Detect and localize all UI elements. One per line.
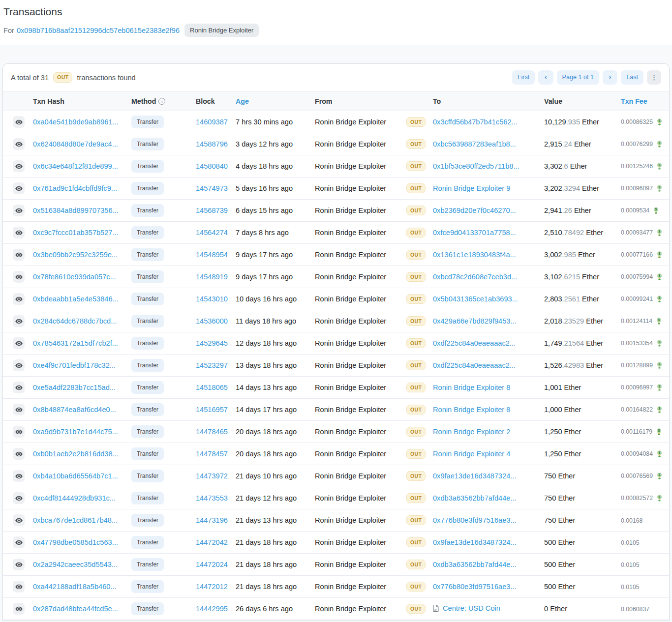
txn-hash-link[interactable]: 0xc4df81444928db931c... — [33, 494, 116, 502]
address-link[interactable]: 0x098b716b8aaf21512996dc57eb0615e2383e2f… — [17, 27, 180, 34]
block-link[interactable]: 14478457 — [196, 450, 228, 458]
txn-hash-link[interactable]: 0x516384a8d899707356... — [33, 207, 119, 214]
method-badge[interactable]: Transfer — [131, 226, 164, 239]
header-txn-fee[interactable]: Txn Fee — [621, 91, 669, 111]
txn-hash-link[interactable]: 0xa9d9b731b7e1d44c75... — [33, 428, 118, 436]
block-link[interactable]: 14588796 — [196, 140, 228, 148]
method-badge[interactable]: Transfer — [131, 182, 164, 195]
to-address-link[interactable]: Ronin Bridge Exploiter 8 — [433, 406, 510, 414]
block-link[interactable]: 14548954 — [196, 251, 228, 259]
tx-details-eye-button[interactable] — [13, 271, 25, 283]
to-address-link[interactable]: 0xfce9d04133701a7758... — [433, 229, 516, 237]
block-link[interactable]: 14529645 — [196, 339, 228, 347]
tx-details-eye-button[interactable] — [13, 227, 25, 238]
tx-details-eye-button[interactable] — [13, 536, 25, 548]
method-badge[interactable]: Transfer — [131, 403, 164, 416]
block-link[interactable]: 14473972 — [196, 472, 228, 480]
method-badge[interactable]: Transfer — [131, 248, 164, 261]
txn-hash-link[interactable]: 0xa442188adf18a5b460... — [33, 583, 117, 591]
method-badge[interactable]: Transfer — [131, 558, 164, 571]
to-address-link[interactable]: 0xdb3a63562bb7afd44e... — [433, 494, 517, 502]
to-address-link[interactable]: 0xdf225c84a0eaeaaac2... — [433, 361, 516, 369]
block-link[interactable]: 14580840 — [196, 162, 228, 170]
tx-details-eye-button[interactable] — [13, 116, 25, 128]
block-link[interactable]: 14523297 — [196, 361, 228, 369]
block-link[interactable]: 14568739 — [196, 207, 228, 214]
tx-details-eye-button[interactable] — [13, 382, 25, 393]
to-address-link[interactable]: 0x1bf53ce80ff2ed5711b8... — [433, 162, 519, 170]
block-link[interactable]: 14574973 — [196, 184, 228, 192]
txn-hash-link[interactable]: 0x287dad48bfea44fcd5e... — [33, 605, 118, 613]
txn-hash-link[interactable]: 0xe5a4df2283b7cc15ad... — [33, 384, 116, 391]
tx-details-eye-button[interactable] — [13, 603, 25, 615]
block-link[interactable]: 14478465 — [196, 428, 228, 436]
txn-hash-link[interactable]: 0xbdeaabb1a5e4e53846... — [33, 295, 119, 303]
block-link[interactable]: 14472012 — [196, 583, 228, 591]
to-address-link[interactable]: Ronin Bridge Exploiter 8 — [433, 384, 510, 391]
block-link[interactable]: 14516957 — [196, 406, 228, 414]
method-badge[interactable]: Transfer — [131, 160, 164, 173]
method-badge[interactable]: Transfer — [131, 381, 164, 394]
method-badge[interactable]: Transfer — [131, 492, 164, 504]
block-link[interactable]: 14609387 — [196, 118, 228, 126]
method-badge[interactable]: Transfer — [131, 447, 164, 460]
to-address-link[interactable]: 0xdb3a63562bb7afd44e... — [433, 561, 517, 568]
method-badge[interactable]: Transfer — [131, 204, 164, 217]
txn-hash-link[interactable]: 0x3be09bb2c952c3259e... — [33, 251, 118, 259]
block-link[interactable]: 14543010 — [196, 295, 228, 303]
block-link[interactable]: 14548919 — [196, 273, 228, 281]
txn-hash-link[interactable]: 0x6c34e648f12f81de899... — [33, 162, 118, 170]
header-age[interactable]: Age — [236, 91, 315, 111]
to-address-link[interactable]: 0x776b80e3fd97516ae3... — [433, 583, 517, 591]
block-link[interactable]: 14473553 — [196, 494, 228, 502]
to-address-link[interactable]: 0x429a66e7bd829f9453... — [433, 317, 517, 325]
tx-details-eye-button[interactable] — [13, 182, 25, 194]
to-address-link[interactable]: Ronin Bridge Exploiter 9 — [433, 184, 510, 192]
to-address-link[interactable]: 0xb2369d20e7f0c46270... — [433, 207, 516, 214]
method-badge[interactable]: Transfer — [131, 315, 164, 327]
to-address-link[interactable]: 0x776b80e3fd97516ae3... — [433, 516, 517, 524]
to-address-link[interactable]: 0x3cffd56b47b7b41c562... — [433, 118, 518, 126]
first-page-button[interactable]: First — [512, 70, 535, 85]
method-badge[interactable]: Transfer — [131, 470, 164, 482]
tx-details-eye-button[interactable] — [13, 138, 25, 150]
txn-hash-link[interactable]: 0xc9c7fccc01ab357b527... — [33, 229, 119, 237]
txn-hash-link[interactable]: 0xbca767de1cd8617b48... — [33, 516, 118, 524]
block-link[interactable]: 14518065 — [196, 384, 228, 391]
method-badge[interactable]: Transfer — [131, 536, 164, 549]
tx-details-eye-button[interactable] — [13, 359, 25, 371]
last-page-button[interactable]: Last — [621, 70, 643, 85]
info-icon[interactable]: i — [158, 98, 165, 105]
tx-details-eye-button[interactable] — [13, 581, 25, 592]
method-badge[interactable]: Transfer — [131, 359, 164, 372]
address-name-tag[interactable]: Ronin Bridge Exploiter — [184, 24, 259, 37]
next-page-button[interactable]: › — [603, 70, 617, 85]
tx-details-eye-button[interactable] — [13, 315, 25, 327]
method-badge[interactable]: Transfer — [131, 580, 164, 593]
tx-details-eye-button[interactable] — [13, 293, 25, 305]
tx-details-eye-button[interactable] — [13, 559, 25, 570]
tx-details-eye-button[interactable] — [13, 160, 25, 172]
block-link[interactable]: 14564274 — [196, 229, 228, 237]
block-link[interactable]: 14536000 — [196, 317, 228, 325]
to-address-link[interactable]: 0xbc5639887283eaf1b8... — [433, 140, 516, 148]
method-badge[interactable]: Transfer — [131, 602, 164, 615]
method-badge[interactable]: Transfer — [131, 138, 164, 150]
txn-hash-link[interactable]: 0x78fe8610e939da057c... — [33, 273, 116, 281]
to-address-link[interactable]: 0x1361c1e18930483f4a... — [433, 251, 516, 259]
to-address-link[interactable]: 0x9fae13de16d3487324... — [433, 538, 517, 546]
txn-hash-link[interactable]: 0x47798dbe0585d1c563... — [33, 538, 118, 546]
txn-hash-link[interactable]: 0x284c64dc6788dc7bcd... — [33, 317, 117, 325]
to-address-link[interactable]: 0x5b0431365ce1ab3693... — [433, 295, 518, 303]
tx-details-eye-button[interactable] — [13, 205, 25, 216]
method-badge[interactable]: Transfer — [131, 116, 164, 128]
tx-details-eye-button[interactable] — [13, 337, 25, 349]
method-badge[interactable]: Transfer — [131, 425, 164, 438]
txn-hash-link[interactable]: 0xe4f9c701fedbf178c32... — [33, 361, 116, 369]
method-badge[interactable]: Transfer — [131, 293, 164, 305]
block-link[interactable]: 14442995 — [196, 605, 228, 613]
method-badge[interactable]: Transfer — [131, 337, 164, 350]
txn-hash-link[interactable]: 0xb0b1aeb2e2b816dd38... — [33, 450, 119, 458]
txn-hash-link[interactable]: 0x761ad9c1fd4cbffd9fc9... — [33, 184, 117, 192]
prev-page-button[interactable]: ‹ — [538, 70, 553, 85]
